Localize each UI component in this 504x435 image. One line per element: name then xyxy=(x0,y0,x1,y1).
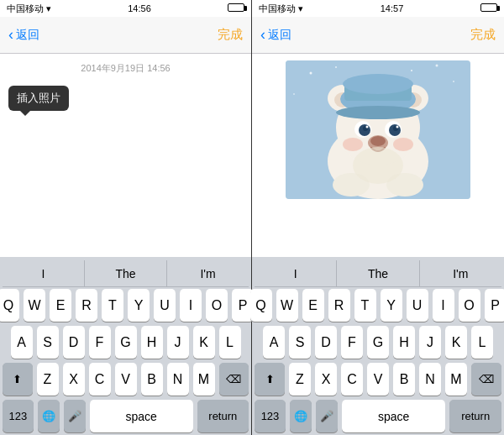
right-battery-icon xyxy=(480,3,497,13)
right-status-right xyxy=(480,3,497,13)
left-key-n[interactable]: N xyxy=(167,363,189,396)
left-key-o[interactable]: O xyxy=(206,289,228,322)
right-key-z[interactable]: Z xyxy=(289,363,311,396)
left-key-e[interactable]: E xyxy=(50,289,71,322)
right-key-g[interactable]: G xyxy=(367,326,389,359)
left-num-key[interactable]: 123 xyxy=(3,400,34,432)
insert-photo-tooltip[interactable]: 插入照片 xyxy=(8,86,69,111)
left-key-s[interactable]: S xyxy=(37,326,59,359)
left-key-t[interactable]: T xyxy=(102,289,123,322)
right-back-label: 返回 xyxy=(268,28,291,43)
left-key-m[interactable]: M xyxy=(193,363,215,396)
left-space-key[interactable]: space xyxy=(90,400,193,432)
left-key-b[interactable]: B xyxy=(141,363,163,396)
svg-point-2 xyxy=(335,66,337,68)
right-key-row-1: Q W E R T Y U I O P xyxy=(255,289,501,322)
right-key-v[interactable]: V xyxy=(367,363,389,396)
left-done-button[interactable]: 完成 xyxy=(218,27,243,43)
left-key-h[interactable]: H xyxy=(141,326,163,359)
svg-point-7 xyxy=(293,93,295,95)
left-suggestion-i[interactable]: I xyxy=(3,260,85,286)
right-suggestion-the[interactable]: The xyxy=(337,260,419,286)
right-key-e[interactable]: E xyxy=(302,289,324,322)
right-key-n[interactable]: N xyxy=(419,363,441,396)
left-status-right xyxy=(228,3,244,13)
right-key-l[interactable]: L xyxy=(471,326,493,359)
right-key-h[interactable]: H xyxy=(393,326,415,359)
left-key-x[interactable]: X xyxy=(63,363,85,396)
right-num-key[interactable]: 123 xyxy=(255,400,286,432)
left-key-k[interactable]: K xyxy=(193,326,215,359)
left-key-w[interactable]: W xyxy=(24,289,45,322)
left-key-u[interactable]: U xyxy=(154,289,176,322)
right-return-key[interactable]: return xyxy=(449,400,501,432)
svg-point-29 xyxy=(393,138,413,151)
svg-point-5 xyxy=(436,65,438,67)
right-key-b[interactable]: B xyxy=(393,363,415,396)
right-back-button[interactable]: ‹ 返回 xyxy=(260,27,291,44)
right-nav-bar: ‹ 返回 完成 xyxy=(252,17,504,54)
svg-point-16 xyxy=(343,74,413,94)
left-key-d[interactable]: D xyxy=(63,326,85,359)
right-key-o[interactable]: O xyxy=(459,289,480,322)
left-key-q[interactable]: Q xyxy=(0,289,19,322)
svg-point-25 xyxy=(396,126,399,128)
right-suggestion-im[interactable]: I'm xyxy=(420,260,501,286)
right-globe-key[interactable]: 🌐 xyxy=(290,400,312,432)
left-mic-key[interactable]: 🎤 xyxy=(64,400,86,432)
left-key-r[interactable]: R xyxy=(76,289,97,322)
left-status-left: 中国移动 ▾ xyxy=(7,3,51,15)
right-key-k[interactable]: K xyxy=(445,326,467,359)
left-key-c[interactable]: C xyxy=(89,363,111,396)
left-key-v[interactable]: V xyxy=(115,363,137,396)
left-globe-key[interactable]: 🌐 xyxy=(38,400,60,432)
right-key-u[interactable]: U xyxy=(407,289,428,322)
right-suggestion-i[interactable]: I xyxy=(255,260,337,286)
right-key-f[interactable]: F xyxy=(341,326,363,359)
left-key-j[interactable]: J xyxy=(167,326,189,359)
right-key-q[interactable]: Q xyxy=(250,289,272,322)
right-key-p[interactable]: P xyxy=(485,289,505,322)
right-shift-key[interactable]: ⬆ xyxy=(255,363,285,396)
left-suggestion-im[interactable]: I'm xyxy=(167,260,249,286)
right-wifi-icon: ▾ xyxy=(298,3,303,14)
svg-point-28 xyxy=(343,138,363,151)
right-delete-key[interactable]: ⌫ xyxy=(471,363,501,396)
left-suggestion-the[interactable]: The xyxy=(85,260,167,286)
left-key-l[interactable]: L xyxy=(219,326,241,359)
left-carrier: 中国移动 xyxy=(7,3,44,15)
right-key-w[interactable]: W xyxy=(276,289,298,322)
right-suggestions: I The I'm xyxy=(255,260,501,287)
right-key-a[interactable]: A xyxy=(263,326,285,359)
right-key-i[interactable]: I xyxy=(433,289,454,322)
right-key-t[interactable]: T xyxy=(354,289,376,322)
right-key-d[interactable]: D xyxy=(315,326,337,359)
left-return-key[interactable]: return xyxy=(197,400,249,432)
left-phone-screen: 中国移动 ▾ 14:56 ‹ 返回 完成 2014年9月19日 14:56 插入… xyxy=(0,0,252,435)
right-key-m[interactable]: M xyxy=(445,363,467,396)
right-key-s[interactable]: S xyxy=(289,326,311,359)
right-done-button[interactable]: 完成 xyxy=(470,27,496,43)
left-key-i[interactable]: I xyxy=(180,289,202,322)
right-back-arrow-icon: ‹ xyxy=(260,26,265,44)
left-key-z[interactable]: Z xyxy=(37,363,59,396)
right-key-x[interactable]: X xyxy=(315,363,337,396)
left-back-button[interactable]: ‹ 返回 xyxy=(8,27,39,44)
tooltip-text: 插入照片 xyxy=(17,92,60,104)
right-key-c[interactable]: C xyxy=(341,363,363,396)
left-keyboard: I The I'm Q W E R T Y U I O P A S D F G … xyxy=(0,257,251,435)
right-key-r[interactable]: R xyxy=(328,289,350,322)
left-shift-key[interactable]: ⬆ xyxy=(3,363,33,396)
right-key-j[interactable]: J xyxy=(419,326,441,359)
left-key-a[interactable]: A xyxy=(11,326,33,359)
left-nav-bar: ‹ 返回 完成 xyxy=(0,17,251,54)
left-delete-key[interactable]: ⌫ xyxy=(219,363,249,396)
right-mic-key[interactable]: 🎤 xyxy=(316,400,338,432)
right-key-y[interactable]: Y xyxy=(381,289,402,322)
bear-illustration xyxy=(286,60,470,199)
left-key-g[interactable]: G xyxy=(115,326,137,359)
left-wifi-icon: ▾ xyxy=(46,3,51,14)
right-space-key[interactable]: space xyxy=(342,400,445,432)
left-key-f[interactable]: F xyxy=(89,326,111,359)
left-key-y[interactable]: Y xyxy=(128,289,150,322)
